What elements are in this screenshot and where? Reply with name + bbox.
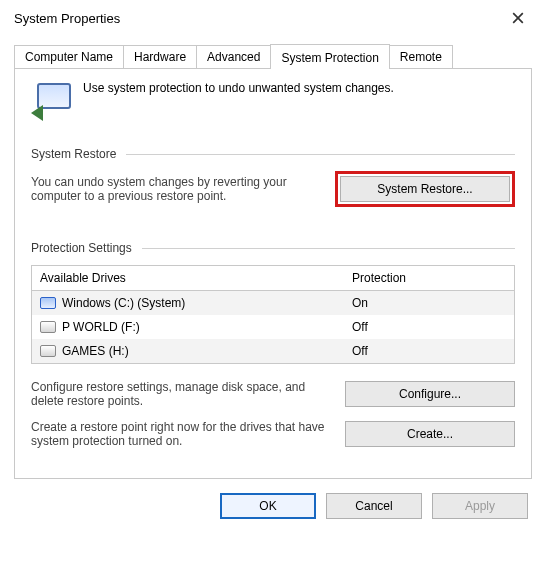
cancel-button[interactable]: Cancel <box>326 493 422 519</box>
tab-system-protection[interactable]: System Protection <box>270 44 389 69</box>
tab-strip: Computer Name Hardware Advanced System P… <box>0 34 546 68</box>
protection-settings-heading: Protection Settings <box>31 241 132 255</box>
tab-page-system-protection: Use system protection to undo unwanted s… <box>14 68 532 479</box>
drive-icon <box>40 345 56 357</box>
col-header-protection[interactable]: Protection <box>344 266 514 290</box>
col-header-drives[interactable]: Available Drives <box>32 266 344 290</box>
system-restore-button[interactable]: System Restore... <box>340 176 510 202</box>
drive-protection: Off <box>344 339 514 363</box>
drive-name: GAMES (H:) <box>62 344 129 358</box>
drive-icon <box>40 297 56 309</box>
system-protection-icon <box>31 81 71 121</box>
close-button[interactable] <box>500 6 536 30</box>
table-row[interactable]: P WORLD (F:)Off <box>32 315 514 339</box>
drive-icon <box>40 321 56 333</box>
tab-computer-name[interactable]: Computer Name <box>14 45 124 68</box>
table-row[interactable]: Windows (C:) (System)On <box>32 291 514 315</box>
drive-name: P WORLD (F:) <box>62 320 140 334</box>
create-button[interactable]: Create... <box>345 421 515 447</box>
window-title: System Properties <box>14 11 120 26</box>
ok-button[interactable]: OK <box>220 493 316 519</box>
configure-button[interactable]: Configure... <box>345 381 515 407</box>
dialog-footer: OK Cancel Apply <box>0 479 546 519</box>
drive-protection: Off <box>344 315 514 339</box>
intro-text: Use system protection to undo unwanted s… <box>83 81 394 95</box>
drive-name: Windows (C:) (System) <box>62 296 185 310</box>
divider <box>142 248 515 249</box>
tab-advanced[interactable]: Advanced <box>196 45 271 68</box>
system-restore-desc: You can undo system changes by reverting… <box>31 175 319 203</box>
tab-remote[interactable]: Remote <box>389 45 453 68</box>
tab-hardware[interactable]: Hardware <box>123 45 197 68</box>
close-icon <box>512 12 524 24</box>
create-desc: Create a restore point right now for the… <box>31 420 329 448</box>
divider <box>126 154 515 155</box>
table-row[interactable]: GAMES (H:)Off <box>32 339 514 363</box>
system-restore-heading: System Restore <box>31 147 116 161</box>
apply-button[interactable]: Apply <box>432 493 528 519</box>
configure-desc: Configure restore settings, manage disk … <box>31 380 329 408</box>
drives-table: Available Drives Protection Windows (C:)… <box>31 265 515 364</box>
drive-protection: On <box>344 291 514 315</box>
system-restore-highlight: System Restore... <box>335 171 515 207</box>
